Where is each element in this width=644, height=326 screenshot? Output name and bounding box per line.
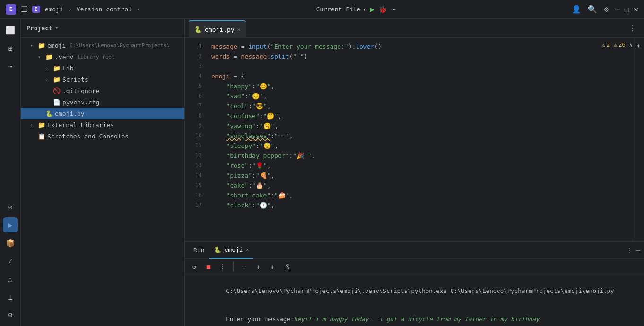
sidebar-item-gitignore[interactable]: 🚫 .gitignore — [21, 85, 184, 96]
sidebar-item-lib[interactable]: › 📁 Lib — [21, 62, 184, 74]
user-icon[interactable]: 👤 — [572, 5, 581, 14]
bottom-minimize-btn[interactable]: ─ — [636, 247, 640, 254]
toolbar-vcs-icon[interactable]: ⊙ — [3, 199, 18, 214]
sidebar-project-chevron[interactable]: ▾ — [55, 25, 59, 31]
line-num-11: 11 — [185, 141, 208, 151]
error-warning-bar: ⚠ 2 ⚠ 26 ∧ ∨ — [602, 42, 636, 48]
search-icon[interactable]: 🔍 — [588, 5, 597, 14]
toolbar-more-icon[interactable]: ⋯ — [3, 59, 18, 74]
sidebar-item-external-libs[interactable]: › 📁 External Libraries — [21, 119, 184, 130]
titlebar-center: Current File ▾ ▶ 🐞 ⋯ — [316, 5, 396, 14]
error-number: 26 — [618, 42, 625, 48]
line-num-7: 7 — [185, 101, 208, 111]
terminal-prompt: Enter your message: — [226, 316, 294, 323]
tree-sublabel-emoji: C:\Users\Lenovo\PycharmProjects\ — [70, 43, 170, 49]
toolbar-run-icon[interactable]: ▶ — [3, 217, 18, 232]
code-line-13: "rose":"🌹", — [211, 161, 637, 171]
toolbar-project-icon[interactable]: ⬜ — [3, 23, 18, 38]
sidebar-item-emoji-root[interactable]: ▾ 📁 emoji C:\Users\Lenovo\PycharmProject… — [21, 40, 184, 51]
emoji-tab-close[interactable]: ✕ — [246, 247, 249, 253]
tree-label-external: External Libraries — [47, 121, 114, 129]
project-badge: E — [32, 6, 40, 13]
toolbar-modules-icon[interactable]: ⊞ — [3, 41, 18, 56]
toolbar-settings-bottom-icon[interactable]: ⚙ — [3, 307, 18, 322]
code-editor[interactable]: message = input("Enter your message:").l… — [208, 38, 637, 241]
code-line-10: "sunglasses":"🕶️", — [211, 131, 637, 141]
warning-number: 2 — [607, 42, 610, 48]
code-line-8: "confuse":"🤔", — [211, 111, 637, 121]
sidebar-item-pyvenv[interactable]: 📄 pyvenv.cfg — [21, 96, 184, 108]
titlebar-right: 👤 🔍 ⚙ ─ □ ✕ — [572, 5, 638, 14]
run-emoji-icon: 🐍 — [214, 246, 221, 253]
maximize-button[interactable]: □ — [625, 5, 629, 14]
toolbar-todo-icon[interactable]: ✓ — [3, 253, 18, 268]
sidebar-item-venv[interactable]: ▾ 📁 .venv library root — [21, 51, 184, 62]
sidebar-item-scripts[interactable]: › 📁 Scripts — [21, 74, 184, 85]
close-button[interactable]: ✕ — [634, 5, 638, 14]
project-name[interactable]: emoji — [45, 6, 63, 13]
line-num-5: 5 — [185, 81, 208, 91]
more-tool-btn[interactable]: ⋮ — [217, 261, 228, 272]
toolbar-bottom-icon[interactable]: ⊥ — [3, 289, 18, 304]
toolbar-problems-icon[interactable]: ⚠ — [3, 271, 18, 286]
tab-close-btn[interactable]: ✕ — [237, 26, 241, 33]
line-num-1: 1 — [185, 42, 208, 51]
print-btn[interactable]: 🖨 — [281, 261, 292, 272]
line-numbers: 1 2 3 4 5 6 7 8 9 10 11 12 13 14 15 16 1 — [185, 38, 208, 241]
bottom-tabs-right: ⋮ ─ — [626, 247, 640, 254]
bottom-more-btn[interactable]: ⋮ — [626, 247, 633, 254]
editor-tabs: 🐍 emoji.py ✕ ⋮ — [185, 19, 644, 38]
tab-run[interactable]: Run — [189, 242, 209, 259]
tree-label-gitignore: .gitignore — [62, 87, 99, 94]
ai-assistant-panel[interactable]: ✦ — [633, 38, 644, 241]
more-options-button[interactable]: ⋯ — [391, 5, 396, 14]
debug-button[interactable]: 🐞 — [378, 5, 387, 14]
code-line-3 — [211, 61, 637, 71]
toolbar-packages-icon[interactable]: 📦 — [3, 235, 18, 250]
tab-emoji-py[interactable]: 🐍 emoji.py ✕ — [189, 20, 246, 37]
scroll-up-btn[interactable]: ↑ — [238, 261, 250, 272]
ai-sparkle-icon: ✦ — [636, 42, 640, 49]
line-num-2: 2 — [185, 51, 208, 61]
toolbar-divider — [233, 262, 234, 271]
scroll-down-btn[interactable]: ↓ — [252, 261, 264, 272]
stop-button[interactable]: ■ — [203, 261, 214, 272]
line-num-17: 17 — [185, 200, 208, 210]
version-control-btn[interactable]: Version control — [77, 6, 132, 13]
editor-content: 1 2 3 4 5 6 7 8 9 10 11 12 13 14 15 16 1 — [185, 38, 644, 241]
code-line-4: emoji = { — [211, 71, 637, 81]
run-tab-label: Run — [193, 247, 204, 254]
sidebar-item-scratches[interactable]: 📋 Scratches and Consoles — [21, 130, 184, 142]
tab-emoji-run[interactable]: 🐍 emoji ✕ — [209, 242, 253, 259]
warning-count: ⚠ 2 — [602, 42, 610, 48]
code-line-16: "short cake":"🍰", — [211, 190, 637, 200]
scratches-icon: 📋 — [38, 133, 45, 140]
rerun-button[interactable]: ↺ — [189, 261, 200, 272]
window-controls: ─ □ ✕ — [615, 5, 638, 14]
run-button[interactable]: ▶ — [370, 5, 374, 14]
line-num-4: 4 — [185, 71, 208, 81]
scroll-both-btn[interactable]: ↕ — [267, 261, 278, 272]
settings-icon[interactable]: ⚙ — [604, 5, 609, 14]
tab-label: emoji.py — [205, 26, 235, 33]
tree-sublabel-venv: library root — [77, 54, 114, 60]
tab-python-icon: 🐍 — [194, 26, 202, 33]
sidebar-item-emoji-py[interactable]: 🐍 emoji.py — [21, 108, 184, 119]
tree-label-lib: Lib — [62, 65, 73, 72]
chevron-external: › — [30, 122, 36, 128]
minimize-button[interactable]: ─ — [615, 5, 620, 14]
code-line-14: "pizza":"🍕", — [211, 171, 637, 180]
chevron-scripts: › — [45, 77, 51, 82]
current-file-button[interactable]: Current File ▾ — [316, 6, 366, 13]
line-num-9: 9 — [185, 121, 208, 131]
folder-icon-scripts: 📁 — [53, 76, 61, 83]
line-num-15: 15 — [185, 180, 208, 190]
chevron-up-icon[interactable]: ∧ — [629, 42, 633, 48]
tabs-more-btn[interactable]: ⋮ — [625, 24, 640, 33]
hamburger-icon[interactable]: ☰ — [21, 5, 27, 14]
code-line-5: "happy":"😊", — [211, 81, 637, 91]
chevron-emoji: ▾ — [30, 43, 36, 48]
terminal-output: C:\Users\Lenovo\PycharmProjects\emoji\.v… — [185, 274, 644, 326]
code-line-17: "clock":"🕐", — [211, 200, 637, 210]
bottom-panel: Run 🐍 emoji ✕ ⋮ ─ ↺ ■ ⋮ ↑ ↓ — [185, 241, 644, 326]
